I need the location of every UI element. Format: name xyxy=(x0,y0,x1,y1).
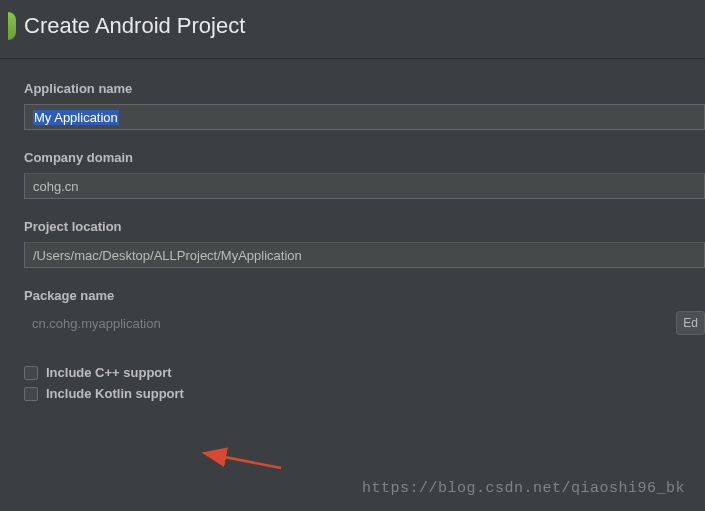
dialog-title: Create Android Project xyxy=(24,13,245,39)
cpp-support-row[interactable]: Include C++ support xyxy=(24,365,705,380)
company-domain-label: Company domain xyxy=(24,150,705,165)
android-icon xyxy=(8,12,16,40)
package-name-label: Package name xyxy=(24,288,705,303)
checkbox-group: Include C++ support Include Kotlin suppo… xyxy=(24,365,705,401)
dialog-header: Create Android Project xyxy=(0,0,705,59)
project-location-label: Project location xyxy=(24,219,705,234)
company-domain-input[interactable] xyxy=(24,173,705,199)
project-location-group: Project location xyxy=(24,219,705,268)
app-name-value: My Application xyxy=(33,110,119,125)
app-name-group: Application name My Application xyxy=(24,81,705,130)
dialog-content: Application name My Application Company … xyxy=(0,59,705,401)
package-name-group: Package name cn.cohg.myapplication Ed xyxy=(24,288,705,335)
package-name-row: cn.cohg.myapplication Ed xyxy=(24,311,705,335)
kotlin-checkbox[interactable] xyxy=(24,387,38,401)
kotlin-checkbox-label: Include Kotlin support xyxy=(46,386,184,401)
package-name-value: cn.cohg.myapplication xyxy=(24,312,664,335)
app-name-input[interactable]: My Application xyxy=(24,104,705,130)
cpp-checkbox[interactable] xyxy=(24,366,38,380)
svg-line-1 xyxy=(204,453,281,468)
company-domain-group: Company domain xyxy=(24,150,705,199)
edit-package-button[interactable]: Ed xyxy=(676,311,705,335)
app-name-label: Application name xyxy=(24,81,705,96)
cpp-checkbox-label: Include C++ support xyxy=(46,365,172,380)
watermark-text: https://blog.csdn.net/qiaoshi96_bk xyxy=(362,480,685,497)
project-location-input[interactable] xyxy=(24,242,705,268)
annotation-arrow-icon xyxy=(196,445,286,475)
kotlin-support-row[interactable]: Include Kotlin support xyxy=(24,386,705,401)
